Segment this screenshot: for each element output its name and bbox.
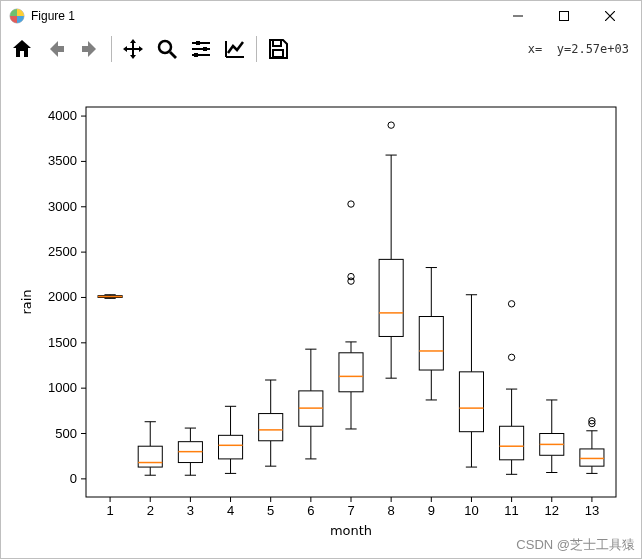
outlier (348, 273, 354, 279)
svg-point-2 (159, 41, 171, 53)
box (500, 426, 524, 460)
outlier (348, 201, 354, 207)
app-icon (9, 8, 25, 24)
box (379, 259, 403, 336)
forward-button[interactable] (73, 34, 107, 64)
svg-rect-6 (273, 40, 281, 46)
x-tick-label: 9 (428, 503, 435, 518)
x-tick-label: 13 (585, 503, 599, 518)
outlier (388, 122, 394, 128)
box (339, 353, 363, 392)
svg-rect-4 (203, 47, 207, 51)
y-tick-label: 4000 (48, 108, 77, 123)
y-tick-label: 2000 (48, 289, 77, 304)
y-tick-label: 1500 (48, 335, 77, 350)
box (219, 435, 243, 459)
box (138, 446, 162, 467)
x-tick-label: 10 (464, 503, 478, 518)
x-tick-label: 1 (106, 503, 113, 518)
save-button[interactable] (261, 34, 295, 64)
window-title: Figure 1 (31, 9, 75, 23)
x-tick-label: 11 (504, 503, 518, 518)
x-tick-label: 8 (388, 503, 395, 518)
y-tick-label: 0 (70, 471, 77, 486)
y-tick-label: 1000 (48, 380, 77, 395)
outlier (508, 354, 514, 360)
y-tick-label: 3000 (48, 199, 77, 214)
box (580, 449, 604, 466)
app-window: Figure 1 (0, 0, 642, 559)
back-button[interactable] (39, 34, 73, 64)
box (259, 414, 283, 441)
toolbar-separator (111, 36, 112, 62)
pan-button[interactable] (116, 34, 150, 64)
configure-subplots-button[interactable] (184, 34, 218, 64)
x-tick-label: 5 (267, 503, 274, 518)
svg-rect-5 (194, 53, 198, 57)
y-axis-label: rain (19, 289, 34, 314)
maximize-button[interactable] (541, 1, 587, 31)
toolbar: x= y=2.57e+03 (1, 31, 641, 67)
titlebar: Figure 1 (1, 1, 641, 31)
y-tick-label: 2500 (48, 244, 77, 259)
svg-rect-1 (560, 12, 569, 21)
y-tick-label: 500 (55, 426, 77, 441)
svg-rect-7 (273, 50, 283, 57)
zoom-button[interactable] (150, 34, 184, 64)
cursor-coord-readout: x= y=2.57e+03 (528, 42, 637, 56)
x-tick-label: 12 (545, 503, 559, 518)
x-tick-label: 3 (187, 503, 194, 518)
svg-rect-3 (196, 41, 200, 45)
x-tick-label: 2 (147, 503, 154, 518)
x-tick-label: 6 (307, 503, 314, 518)
y-tick-label: 3500 (48, 153, 77, 168)
home-button[interactable] (5, 34, 39, 64)
x-axis-label: month (330, 523, 372, 538)
minimize-button[interactable] (495, 1, 541, 31)
close-button[interactable] (587, 1, 633, 31)
box (419, 317, 443, 371)
box (459, 372, 483, 432)
plot-canvas[interactable]: 0500100015002000250030003500400012345678… (1, 67, 641, 558)
x-tick-label: 4 (227, 503, 234, 518)
toolbar-separator (256, 36, 257, 62)
edit-axis-button[interactable] (218, 34, 252, 64)
axes-spine (86, 107, 616, 497)
outlier (508, 301, 514, 307)
x-tick-label: 7 (347, 503, 354, 518)
